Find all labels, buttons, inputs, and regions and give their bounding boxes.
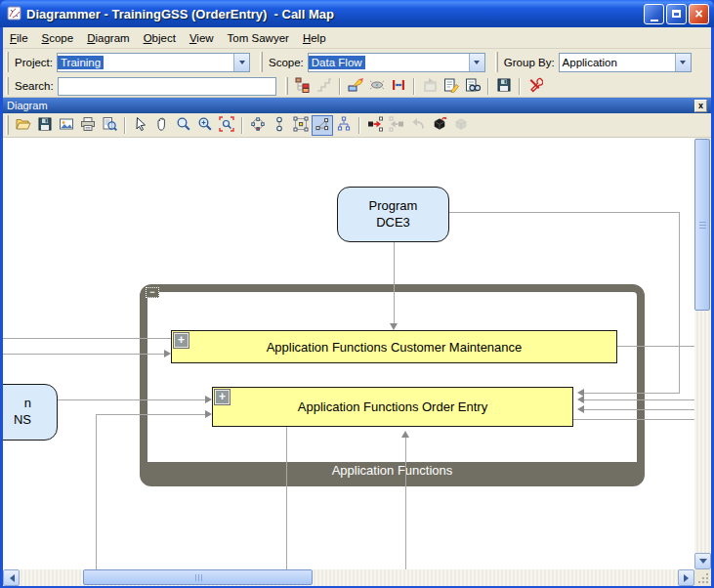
node-customer-maintenance[interactable]: Application Functions Customer Maintenan… [171,330,617,363]
node-label: Program [369,198,418,215]
scroll-left-button[interactable] [3,569,20,586]
search-input[interactable] [58,77,276,96]
tools-icon [527,77,543,96]
menu-file[interactable]: File [3,29,35,47]
vertical-scrollbar[interactable] [694,138,711,569]
edge [449,212,679,213]
group-container-application-functions[interactable]: Application Functions [140,284,645,486]
edge [580,409,694,410]
export-image-button[interactable] [56,115,77,136]
print-button[interactable] [77,115,99,136]
scroll-down-button[interactable] [694,553,711,569]
project-label: Project: [15,57,53,68]
edit-doc-icon [443,77,459,96]
symmetric-layout-button[interactable] [312,115,333,136]
project-dropdown-button[interactable] [233,54,249,71]
menu-object[interactable]: Object [137,29,183,47]
node-program-dce3[interactable]: Program DCE3 [337,187,449,242]
properties-button [419,76,441,97]
toolbar-grip[interactable] [285,77,288,95]
unhide-button [450,115,472,136]
orthogonal-layout-button[interactable] [290,115,312,136]
menu-help[interactable]: Help [296,29,333,47]
view-doc-button[interactable] [462,76,483,97]
diagram-panel-header: Diagram x [3,98,711,113]
menu-scope[interactable]: Scope [35,29,81,47]
scope-combobox[interactable]: Data Flow [308,53,485,72]
edge [394,242,395,324]
expand-node-button[interactable]: + [174,333,189,348]
toolbar-separator [358,117,360,134]
select-icon [133,116,148,135]
pan-button[interactable] [151,115,173,136]
flowchart-icon [348,77,363,96]
toolbar-separator [241,117,243,134]
save-button[interactable] [34,115,56,136]
zoom-selection-icon [219,116,234,135]
menu-view[interactable]: View [183,29,221,47]
steps-icon [316,77,332,96]
diagram-canvas[interactable]: Application Functions − Program DCE3 n N… [3,138,694,569]
edge [617,346,694,347]
horizontal-scrollbar[interactable] [3,569,694,586]
anchor-button[interactable] [388,76,409,97]
tools-button[interactable] [525,76,546,97]
link-button[interactable] [366,76,388,97]
edge-arrowhead [573,405,584,413]
chevron-down-icon [474,61,480,67]
expand-node-button[interactable]: + [215,390,230,404]
node-label: DCE3 [376,215,410,231]
diagram-panel-title: Diagram [7,100,694,111]
group-by-combobox[interactable]: Application Functions [559,53,692,72]
toolbar-grip[interactable] [495,52,498,73]
group-by-value: Application Functions [560,56,620,69]
scope-dropdown-button[interactable] [469,54,484,71]
flowchart-button[interactable] [345,76,366,97]
menu-tom-sawyer[interactable]: Tom Sawyer [221,29,296,47]
anchor-icon [391,77,406,96]
open-button[interactable] [13,115,34,136]
resize-grip[interactable] [694,569,711,586]
toolbar-grip[interactable] [6,52,9,73]
close-button[interactable]: × [689,4,709,24]
unhide-icon [453,116,469,135]
collapse-group-button[interactable]: − [146,287,159,298]
minimize-button[interactable] [644,4,664,24]
edge [679,212,680,394]
expand-button[interactable] [364,115,386,136]
hide-button[interactable] [429,115,450,136]
node-partial-left[interactable]: n NS [3,384,58,441]
node-label: NS [14,412,31,429]
project-combobox[interactable]: Training [57,53,250,72]
hierarchical-layout-button[interactable] [269,115,290,136]
hierarchy-button[interactable] [292,76,314,97]
toolbar-separator [487,78,489,95]
menu-diagram[interactable]: Diagram [80,29,136,47]
zoom-selection-button[interactable] [216,115,237,136]
arrow-left-icon [6,574,15,582]
toolbar-grip[interactable] [6,115,9,134]
scroll-right-button[interactable] [678,569,694,586]
maximize-button[interactable] [666,4,687,24]
print-preview-button[interactable] [99,115,120,136]
horizontal-scrollbar-thumb[interactable] [83,569,313,585]
tree-layout-button[interactable] [333,115,355,136]
circular-layout-button[interactable] [247,115,269,136]
toolbar-grip[interactable] [6,77,9,95]
diagram-close-button[interactable]: x [694,100,707,112]
node-label: n [24,396,31,412]
edge [3,354,164,355]
zoom-button[interactable] [173,115,194,136]
vertical-scrollbar-thumb[interactable] [694,139,710,311]
node-order-entry[interactable]: Application Functions Order Entry [212,387,573,427]
group-by-dropdown-button[interactable] [675,54,691,71]
zoom-in-button[interactable] [194,115,216,136]
app-window: Diagrammer - TrainingGSS (OrderEntry) - … [0,0,714,588]
link-icon [369,77,385,96]
edit-doc-button[interactable] [441,76,462,97]
save-button[interactable] [493,76,515,97]
window-title: Diagrammer - TrainingGSS (OrderEntry) - … [26,7,642,21]
toolbar-grip[interactable] [260,52,263,73]
pan-icon [154,116,170,135]
select-button[interactable] [130,115,151,136]
